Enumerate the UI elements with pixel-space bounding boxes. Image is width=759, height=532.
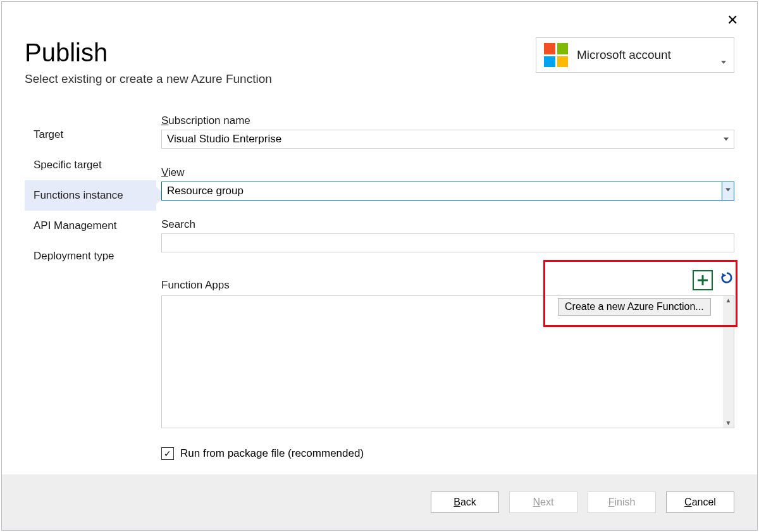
finish-button: Finish [588,492,656,513]
dialog-subtitle: Select existing or create a new Azure Fu… [25,72,272,86]
view-select[interactable]: Resource group [161,182,734,201]
close-icon[interactable]: ✕ [727,13,738,27]
step-api-management[interactable]: API Management [25,211,156,241]
search-label: Search [161,218,734,231]
subscription-label: Subscription name [161,114,734,127]
dialog-header: Publish Select existing or create a new … [25,39,272,86]
step-deployment-type[interactable]: Deployment type [25,241,156,271]
cancel-button[interactable]: Cancel [666,492,734,513]
wizard-steps: Target Specific target Functions instanc… [25,120,156,271]
scroll-down-icon[interactable]: ▼ [725,420,732,426]
svg-marker-2 [722,273,726,278]
function-apps-label: Function Apps [161,279,230,292]
refresh-icon [720,271,734,285]
chevron-down-icon [721,61,726,64]
dialog-footer: Back Next Finish Cancel [2,474,757,530]
view-value: Resource group [167,185,244,197]
plus-icon [696,274,709,287]
create-new-tooltip: Create a new Azure Function... [558,298,711,316]
step-target[interactable]: Target [25,120,156,150]
microsoft-logo-icon [544,43,568,67]
form-area: Subscription name Visual Studio Enterpri… [161,114,734,460]
search-input-wrapper [161,233,734,252]
dialog-title: Publish [25,39,272,67]
account-label: Microsoft account [577,48,721,62]
subscription-value: Visual Studio Enterprise [167,133,281,145]
back-button[interactable]: Back [431,492,499,513]
subscription-select[interactable]: Visual Studio Enterprise [161,130,734,149]
search-input[interactable] [167,236,729,250]
create-new-button[interactable] [693,270,713,290]
view-label: View [161,166,734,179]
scrollbar[interactable]: ▲ ▼ [723,296,734,428]
publish-dialog: ✕ Publish Select existing or create a ne… [1,1,758,531]
function-apps-header: Function Apps [161,270,734,292]
run-from-package-checkbox[interactable]: ✓ [161,447,174,460]
next-button: Next [509,492,577,513]
chevron-down-icon [725,188,731,191]
chevron-down-icon [724,138,729,141]
refresh-button[interactable] [719,270,734,285]
step-functions-instance[interactable]: Functions instance [25,180,156,211]
scroll-up-icon[interactable]: ▲ [725,297,732,304]
run-from-package-row[interactable]: ✓ Run from package file (recommended) [161,447,734,460]
account-selector[interactable]: Microsoft account [536,37,734,73]
run-from-package-label: Run from package file (recommended) [180,447,364,460]
step-specific-target[interactable]: Specific target [25,150,156,180]
